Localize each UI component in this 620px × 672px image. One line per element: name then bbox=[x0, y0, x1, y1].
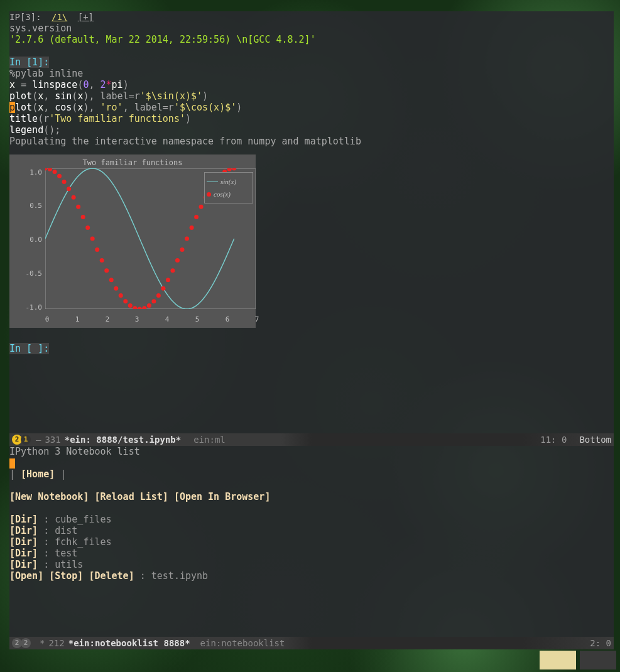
modeline-bottom: 2 2 * 212 *ein:notebooklist 8888* ein:no… bbox=[9, 637, 614, 649]
svg-point-20 bbox=[133, 306, 137, 309]
buffer-name[interactable]: *ein:notebooklist 8888* bbox=[68, 637, 190, 649]
delete-button[interactable]: [Delete] bbox=[89, 570, 134, 582]
svg-point-7 bbox=[72, 195, 76, 200]
code-line-4[interactable]: plot(x, cos(x), 'ro', label=r'$\cos(x)$'… bbox=[9, 102, 614, 113]
svg-point-2 bbox=[48, 168, 52, 171]
svg-point-3 bbox=[53, 170, 57, 174]
new-notebook-button[interactable]: [New Notebook] bbox=[9, 491, 89, 502]
notebooklist-pane[interactable]: IPython 3 Notebook list | [Home] | [New … bbox=[9, 446, 614, 637]
cursor bbox=[9, 458, 15, 469]
dir-row[interactable]: [Dir] : test bbox=[9, 548, 614, 559]
svg-point-40 bbox=[227, 168, 232, 171]
chart-legend: sin(x) cos(x) bbox=[204, 172, 253, 203]
spacer bbox=[9, 502, 614, 514]
svg-point-27 bbox=[166, 278, 170, 282]
tab-add[interactable]: [+] bbox=[78, 12, 94, 22]
svg-point-18 bbox=[123, 299, 128, 303]
dir-name: dist bbox=[55, 525, 77, 536]
major-mode: ein:notebooklist bbox=[200, 637, 285, 649]
cursor: p bbox=[9, 102, 15, 113]
code-line-5[interactable]: title(r'Two familiar functions') bbox=[9, 113, 614, 124]
ml-num: 212 bbox=[48, 637, 64, 649]
open-button[interactable]: [Open] bbox=[9, 570, 43, 582]
legend-label: sin(x) bbox=[220, 176, 236, 187]
svg-point-32 bbox=[190, 225, 194, 230]
notebook-pane[interactable]: IP[3]: /1\ [+] sys.version '2.7.6 (defau… bbox=[9, 11, 614, 433]
svg-point-24 bbox=[151, 299, 156, 303]
xtick: 3 bbox=[131, 314, 143, 325]
bar: | bbox=[9, 469, 15, 480]
dir-row[interactable]: [Dir] : utils bbox=[9, 559, 614, 570]
xtick: 1 bbox=[71, 314, 84, 325]
stop-button[interactable]: [Stop] bbox=[49, 570, 83, 582]
out-line-1: sys.version bbox=[9, 23, 614, 34]
dir-row[interactable]: [Dir] : dist bbox=[9, 525, 614, 536]
ml-dash: – bbox=[36, 434, 41, 445]
dir-name: test bbox=[55, 548, 77, 559]
tab-active[interactable]: /1\ bbox=[52, 12, 67, 22]
dir-name: fchk_files bbox=[55, 536, 111, 548]
cell-in-marker: In [ ]: bbox=[9, 343, 49, 354]
open-in-browser-button[interactable]: [Open In Browser] bbox=[174, 491, 271, 502]
home-link[interactable]: [Home] bbox=[21, 469, 55, 480]
ytick: 0.5 bbox=[23, 200, 42, 212]
spacer bbox=[9, 45, 614, 57]
dir-button[interactable]: [Dir] bbox=[9, 525, 38, 536]
output-cell-0[interactable]: sys.version '2.7.6 (default, Mar 22 2014… bbox=[9, 23, 614, 45]
svg-point-22 bbox=[142, 306, 146, 309]
svg-point-13 bbox=[100, 258, 104, 263]
svg-point-5 bbox=[62, 180, 67, 184]
dir-row[interactable]: [Dir] : cube_files bbox=[9, 514, 614, 525]
chart: Two familiar functions 1.0 0.5 0.0 -0.5 … bbox=[9, 154, 256, 328]
svg-point-11 bbox=[90, 237, 95, 241]
svg-point-21 bbox=[138, 307, 142, 310]
scroll-indicator: Bottom bbox=[579, 434, 611, 445]
bar: | bbox=[60, 469, 66, 480]
reload-list-button[interactable]: [Reload List] bbox=[94, 491, 168, 502]
code-line-6[interactable]: legend(); bbox=[9, 124, 614, 136]
spacer bbox=[9, 480, 614, 491]
buffer-name[interactable]: *ein: 8888/test.ipynb* bbox=[65, 434, 181, 445]
dir-row[interactable]: [Dir] : fchk_files bbox=[9, 536, 614, 548]
dir-button[interactable]: [Dir] bbox=[9, 548, 38, 559]
svg-point-15 bbox=[109, 278, 114, 282]
dir-button[interactable]: [Dir] bbox=[9, 514, 38, 525]
svg-point-9 bbox=[81, 215, 85, 219]
svg-point-23 bbox=[147, 303, 151, 308]
ytick: -0.5 bbox=[23, 268, 42, 279]
dir-button[interactable]: [Dir] bbox=[9, 559, 38, 570]
input-cell-1[interactable]: In [1]: %pylab inline x = linspace(0, 2*… bbox=[9, 57, 614, 147]
nb-file[interactable]: test.ipynb bbox=[151, 570, 208, 582]
taskbar-item[interactable] bbox=[580, 651, 616, 669]
dir-name: cube_files bbox=[55, 514, 111, 525]
svg-point-41 bbox=[232, 168, 236, 171]
code-line-3[interactable]: plot(x, sin(x), label=r'$\sin(x)$') bbox=[9, 90, 614, 102]
xtick: 2 bbox=[101, 314, 114, 325]
svg-point-12 bbox=[95, 247, 99, 252]
dir-name: utils bbox=[55, 559, 83, 570]
out-line-2: '2.7.6 (default, Mar 22 2014, 22:59:56) … bbox=[9, 34, 614, 45]
legend-label: cos(x) bbox=[214, 188, 231, 200]
code-line-1[interactable]: %pylab inline bbox=[9, 68, 614, 79]
code-line-2[interactable]: x = linspace(0, 2*pi) bbox=[9, 79, 614, 90]
svg-point-19 bbox=[128, 303, 133, 308]
svg-point-33 bbox=[194, 215, 199, 219]
taskbar-item[interactable] bbox=[540, 651, 576, 669]
out-line-populate: Populating the interactive namespace fro… bbox=[9, 136, 614, 147]
input-cell-empty[interactable]: In [ ]: bbox=[9, 343, 614, 354]
badge-icon: 1 bbox=[21, 435, 31, 445]
legend-line-icon bbox=[207, 182, 218, 182]
svg-point-16 bbox=[114, 286, 118, 291]
modeline-top: 2 1 – 331 *ein: 8888/test.ipynb* ein:ml … bbox=[9, 433, 614, 446]
svg-point-28 bbox=[170, 268, 175, 273]
dir-button[interactable]: [Dir] bbox=[9, 536, 38, 548]
tab-bar: IP[3]: /1\ [+] bbox=[9, 11, 614, 23]
svg-point-31 bbox=[185, 237, 189, 241]
chart-title: Two familiar functions bbox=[9, 157, 256, 168]
legend-dot-icon bbox=[207, 192, 211, 197]
svg-point-1 bbox=[45, 168, 48, 171]
cursor-position: 2: 0 bbox=[590, 637, 611, 649]
taskbar bbox=[540, 651, 616, 669]
svg-point-6 bbox=[67, 187, 71, 191]
cell-in-marker: In [1]: bbox=[9, 57, 49, 68]
